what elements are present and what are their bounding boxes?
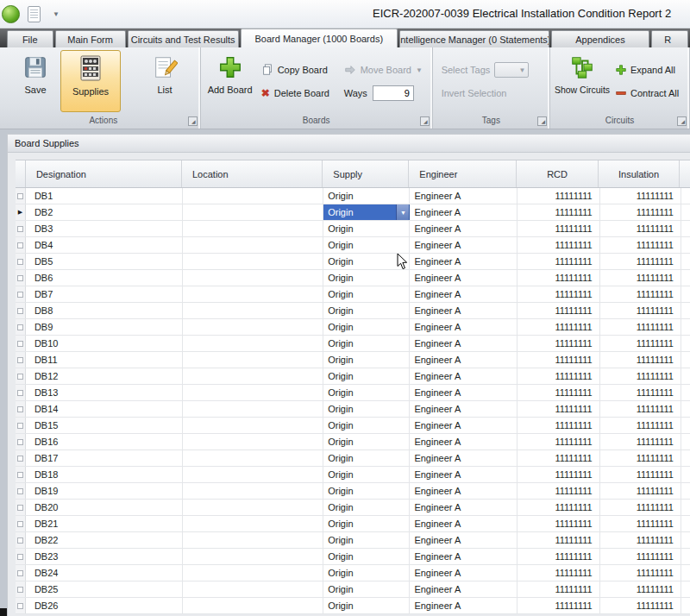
save-button[interactable]: Save — [10, 50, 60, 112]
cell-engineer[interactable]: Engineer A — [410, 549, 518, 564]
row-selector[interactable] — [16, 254, 26, 269]
cell-designation[interactable]: DB18 — [26, 467, 183, 482]
column-header-location[interactable]: Location — [182, 160, 323, 187]
cell-supply[interactable]: Origin — [323, 565, 410, 581]
cell-location[interactable] — [183, 286, 324, 302]
cell-location[interactable] — [183, 270, 324, 286]
cell-supply[interactable]: Origin — [323, 516, 410, 531]
cell-engineer[interactable]: Engineer A — [410, 254, 518, 269]
row-selector[interactable] — [16, 549, 26, 564]
cell-insulation[interactable]: 11111111 — [600, 500, 681, 515]
row-selector[interactable] — [16, 188, 26, 204]
cell-designation[interactable]: DB7 — [26, 286, 183, 302]
cell-insulation[interactable]: 11111111 — [600, 254, 681, 269]
tab-file[interactable]: File — [7, 30, 53, 47]
cell-location[interactable] — [183, 549, 324, 564]
cell-insulation[interactable]: 11111111 — [600, 549, 681, 564]
tab-intelligence-manager[interactable]: Intelligence Manager (0 Statements) — [399, 30, 549, 47]
cell-designation[interactable]: DB19 — [26, 483, 183, 499]
cell-designation[interactable]: DB16 — [26, 434, 183, 449]
cell-engineer[interactable]: Engineer A — [410, 598, 518, 613]
row-selector[interactable] — [16, 434, 26, 449]
cell-insulation[interactable]: 11111111 — [600, 385, 681, 400]
cell-supply[interactable]: Origin — [323, 319, 410, 335]
dialog-launcher-boards[interactable]: ◢ — [420, 116, 430, 126]
cell-rcd[interactable]: 11111111 — [518, 368, 599, 384]
cell-supply[interactable]: Origin — [323, 188, 410, 204]
row-selector[interactable] — [16, 483, 26, 499]
expand-all-button[interactable]: Expand All — [611, 60, 686, 79]
row-selector[interactable] — [16, 270, 26, 286]
cell-location[interactable] — [183, 598, 324, 613]
cell-engineer[interactable]: Engineer A — [410, 270, 518, 286]
cell-rcd[interactable]: 11111111 — [518, 532, 599, 548]
cell-designation[interactable]: DB15 — [26, 418, 183, 433]
column-header-insulation[interactable]: Insulation — [599, 160, 680, 187]
cell-insulation[interactable]: 11111111 — [600, 286, 681, 302]
cell-rcd[interactable]: 11111111 — [518, 352, 599, 368]
cell-designation[interactable]: DB11 — [26, 352, 183, 368]
cell-designation[interactable]: DB24 — [26, 565, 183, 581]
cell-engineer[interactable]: Engineer A — [410, 581, 518, 597]
cell-designation[interactable]: DB5 — [26, 254, 183, 269]
cell-rcd[interactable]: 11111111 — [518, 565, 599, 581]
cell-rcd[interactable]: 11111111 — [518, 434, 599, 449]
cell-designation[interactable]: DB17 — [26, 450, 183, 466]
supplies-button[interactable]: Supplies — [60, 50, 121, 112]
cell-designation[interactable]: DB12 — [26, 368, 183, 384]
cell-location[interactable] — [183, 204, 324, 220]
cell-insulation[interactable]: 11111111 — [600, 532, 681, 548]
cell-supply[interactable]: Origin — [323, 598, 410, 613]
cell-rcd[interactable]: 11111111 — [518, 303, 599, 318]
cell-engineer[interactable]: Engineer A — [410, 532, 518, 548]
row-selector[interactable] — [16, 221, 26, 236]
cell-engineer[interactable]: Engineer A — [410, 401, 518, 417]
row-selector[interactable] — [16, 500, 26, 515]
cell-rcd[interactable]: 11111111 — [518, 286, 599, 302]
row-selector[interactable] — [16, 319, 26, 335]
cell-insulation[interactable]: 11111111 — [600, 434, 681, 449]
cell-rcd[interactable]: 11111111 — [518, 204, 599, 220]
copy-board-button[interactable]: Copy Board — [256, 60, 339, 79]
cell-engineer[interactable]: Engineer A — [410, 418, 518, 433]
cell-insulation[interactable]: 11111111 — [600, 368, 681, 384]
row-selector[interactable] — [16, 352, 26, 368]
cell-engineer[interactable]: Engineer A — [410, 319, 518, 335]
cell-supply[interactable]: Origin — [323, 418, 410, 433]
cell-rcd[interactable]: 11111111 — [518, 270, 599, 286]
cell-rcd[interactable]: 11111111 — [518, 188, 599, 204]
cell-designation[interactable]: DB8 — [26, 303, 183, 318]
cell-engineer[interactable]: Engineer A — [410, 434, 518, 449]
cell-designation[interactable]: DB22 — [26, 532, 183, 548]
cell-insulation[interactable]: 11111111 — [600, 237, 681, 253]
row-selector[interactable] — [16, 516, 26, 531]
row-selector[interactable] — [16, 581, 26, 597]
select-tags-combobox[interactable]: ▼ — [494, 62, 529, 78]
tab-board-manager[interactable]: Board Manager (1000 Boards) — [241, 28, 398, 47]
cell-rcd[interactable]: 11111111 — [518, 221, 599, 236]
tab-partial[interactable]: R — [651, 30, 688, 47]
tab-circuits-and-test-results[interactable]: Circuits and Test Results — [128, 30, 239, 47]
cell-engineer[interactable]: Engineer A — [410, 385, 518, 400]
row-selector[interactable]: ▶ — [16, 204, 26, 220]
cell-engineer[interactable]: Engineer A — [410, 221, 518, 236]
cell-engineer[interactable]: Engineer A — [410, 500, 518, 515]
column-header-engineer[interactable]: Engineer — [409, 160, 517, 187]
row-selector[interactable] — [16, 450, 26, 466]
cell-insulation[interactable]: 11111111 — [600, 270, 681, 286]
cell-rcd[interactable]: 11111111 — [518, 336, 599, 351]
cell-supply[interactable]: Origin — [323, 352, 410, 368]
row-selector[interactable] — [16, 303, 26, 318]
cell-supply[interactable]: Origin — [323, 385, 410, 400]
row-selector[interactable] — [16, 418, 26, 433]
cell-designation[interactable]: DB21 — [26, 516, 183, 531]
cell-rcd[interactable]: 11111111 — [518, 237, 599, 253]
cell-engineer[interactable]: Engineer A — [410, 483, 518, 499]
cell-location[interactable] — [183, 319, 324, 335]
ways-input[interactable] — [373, 85, 414, 101]
cell-location[interactable] — [183, 467, 324, 482]
cell-designation[interactable]: DB13 — [26, 385, 183, 400]
cell-insulation[interactable]: 11111111 — [600, 221, 681, 236]
list-button[interactable]: List — [141, 50, 188, 112]
cell-location[interactable] — [183, 368, 324, 384]
